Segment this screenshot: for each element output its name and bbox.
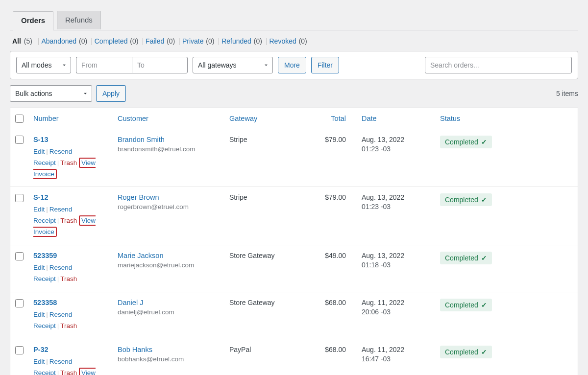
row-actions: Edit|Resend Receipt|Trash View Invoice [33,356,107,375]
tab-orders[interactable]: Orders [13,11,53,30]
more-button[interactable]: More [278,57,306,73]
order-number[interactable]: S-12 [33,193,49,201]
col-gateway[interactable]: Gateway [224,108,308,129]
row-actions: Edit|Resend Receipt|Trash View Invoice [33,146,107,180]
bulk-actions-select-top[interactable]: Bulk actions [10,85,92,102]
filter-link[interactable]: Revoked [270,37,296,45]
trash-link[interactable]: Trash [60,217,77,224]
col-status[interactable]: Status [435,108,578,129]
row-checkbox[interactable] [15,136,24,144]
table-row: 523359Edit|Resend Receipt|TrashMarie Jac… [10,245,578,292]
search-input[interactable] [425,57,572,73]
row-actions: Edit|Resend Receipt|Trash [33,262,107,285]
date-cell: Aug. 11, 202220:06 -03 [357,292,435,339]
trash-link[interactable]: Trash [60,159,77,166]
filter-count: (0) [130,37,138,45]
filter-link[interactable]: Completed [95,37,128,45]
gateway-cell: Store Gateway [224,245,308,292]
customer-email: mariejackson@etruel.com [118,261,220,269]
customer-name[interactable]: Marie Jackson [118,252,163,259]
check-icon: ✓ [481,301,487,309]
filter-toolbar: All modes All gateways More Filter [10,51,578,79]
status-badge: Completed ✓ [440,136,492,148]
order-number[interactable]: S-13 [33,136,49,143]
row-checkbox[interactable] [15,194,24,202]
customer-email: rogerbrown@etruel.com [118,203,220,211]
edit-link[interactable]: Edit [33,311,45,318]
filter-all[interactable]: All [12,37,21,45]
date-cell: Aug. 11, 202216:47 -03 [357,339,435,375]
filter-count: (0) [206,37,214,45]
customer-name[interactable]: Bob Hanks [118,346,152,353]
edit-link[interactable]: Edit [33,264,45,271]
col-customer[interactable]: Customer [113,108,224,129]
gateway-cell: Stripe [224,187,308,245]
col-total[interactable]: Total [308,108,357,129]
trash-link[interactable]: Trash [60,322,77,329]
status-badge: Completed ✓ [440,252,492,264]
total-cell: $68.00 [308,292,357,339]
date-cell: Aug. 13, 202201:18 -03 [357,245,435,292]
tab-bar: Orders Refunds [10,11,578,30]
orders-table: Number Customer Gateway Total Date Statu… [10,108,578,375]
filter-link[interactable]: Refunded [221,37,251,45]
gateway-cell: Store Gateway [224,292,308,339]
tab-refunds[interactable]: Refunds [57,11,101,29]
customer-name[interactable]: Roger Brown [118,193,159,201]
row-checkbox[interactable] [15,299,24,307]
row-actions: Edit|Resend Receipt|Trash View Invoice [33,204,107,238]
status-badge: Completed ✓ [440,346,492,358]
order-number[interactable]: 523359 [33,252,57,259]
total-cell: $49.00 [308,245,357,292]
order-number[interactable]: P-32 [33,346,49,353]
filter-all-count: (5) [24,37,32,45]
col-date[interactable]: Date [357,108,435,129]
row-checkbox[interactable] [15,252,24,260]
customer-email: brandonsmith@etruel.com [118,145,220,153]
row-checkbox[interactable] [15,346,24,354]
check-icon: ✓ [481,254,487,262]
customer-name[interactable]: Brandon Smith [118,136,165,143]
date-from-input[interactable] [76,57,132,73]
apply-button-top[interactable]: Apply [96,85,126,102]
date-to-input[interactable] [132,57,188,73]
edit-link[interactable]: Edit [33,358,45,365]
table-row: S-12Edit|Resend Receipt|Trash View Invoi… [10,187,578,245]
table-row: P-32Edit|Resend Receipt|Trash View Invoi… [10,339,578,375]
gateways-select[interactable]: All gateways [193,57,273,73]
items-count-top: 5 items [556,90,578,97]
check-icon: ✓ [481,138,487,146]
status-badge: Completed ✓ [440,299,492,311]
date-cell: Aug. 13, 202201:23 -03 [357,187,435,245]
check-icon: ✓ [481,348,487,356]
select-all-top[interactable] [15,115,24,123]
total-cell: $79.00 [308,129,357,187]
filter-count: (0) [167,37,175,45]
customer-email: bobhanks@etruel.com [118,355,220,363]
table-row: 523358Edit|Resend Receipt|TrashDaniel Jd… [10,292,578,339]
gateway-cell: Stripe [224,129,308,187]
edit-link[interactable]: Edit [33,206,45,213]
customer-name[interactable]: Daniel J [118,299,143,306]
filter-count: (0) [79,37,87,45]
order-number[interactable]: 523358 [33,299,57,306]
filter-button[interactable]: Filter [311,57,339,73]
modes-select[interactable]: All modes [16,57,71,73]
edit-link[interactable]: Edit [33,148,45,155]
filter-link[interactable]: Private [182,37,204,45]
check-icon: ✓ [481,196,487,204]
total-cell: $79.00 [308,187,357,245]
filter-link[interactable]: Failed [146,37,164,45]
gateway-cell: PayPal [224,339,308,375]
trash-link[interactable]: Trash [60,275,77,282]
filter-link[interactable]: Abandoned [41,37,76,45]
customer-email: danielj@etruel.com [118,308,220,316]
status-badge: Completed ✓ [440,193,492,206]
filter-count: (0) [254,37,262,45]
row-actions: Edit|Resend Receipt|Trash [33,309,107,332]
table-row: S-13Edit|Resend Receipt|Trash View Invoi… [10,129,578,187]
trash-link[interactable]: Trash [60,369,77,375]
total-cell: $68.00 [308,339,357,375]
col-number[interactable]: Number [28,108,113,129]
date-cell: Aug. 13, 202201:23 -03 [357,129,435,187]
